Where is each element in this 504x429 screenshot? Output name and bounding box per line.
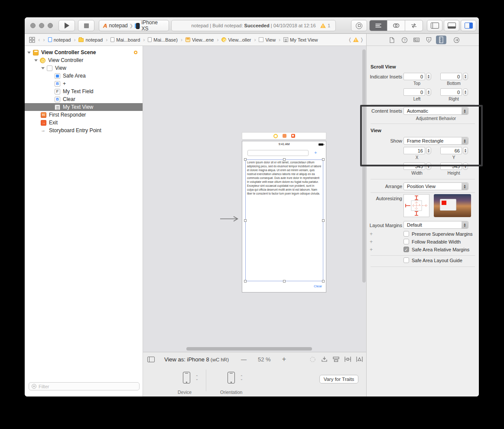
my-text-view-selected[interactable]: Lorem ipsum dolor sit er elit lamet, con… xyxy=(245,159,323,281)
update-frames-icon[interactable] xyxy=(309,356,316,363)
ib-canvas[interactable]: 9:41 AM + Lorem ipsum dolor sit er elit … xyxy=(143,46,366,352)
inset-right-field[interactable]: 0▲▼ xyxy=(440,88,468,96)
navigator-toggle-button[interactable] xyxy=(427,20,442,31)
tab-attributes-inspector[interactable] xyxy=(423,36,434,44)
show-popup[interactable]: Frame Rectangle▲▼ xyxy=(403,137,468,145)
tab-file-inspector[interactable] xyxy=(387,36,397,44)
breadcrumb-item[interactable]: Mai...board xyxy=(111,37,140,42)
inset-left-field[interactable]: 0▲▼ xyxy=(403,88,431,96)
breadcrumb-item[interactable]: My Text View xyxy=(283,37,318,42)
warning-badge[interactable]: 1 xyxy=(320,23,330,28)
standard-editor-button[interactable] xyxy=(370,20,387,31)
scheme-selector[interactable]: A notepad ❯ iPhone XS xyxy=(99,20,169,31)
inset-top-field[interactable]: 0▲▼ xyxy=(403,73,431,80)
breadcrumb-item[interactable]: notepad xyxy=(48,37,71,42)
assistant-editor-button[interactable] xyxy=(387,20,405,31)
layout-margins-popup[interactable]: Default▲▼ xyxy=(403,221,468,229)
tab-size-inspector[interactable] xyxy=(436,36,446,44)
orientation-selector[interactable]: ⌃⌄ xyxy=(228,372,243,384)
outline-row-clear-button[interactable]: B Clear xyxy=(25,95,143,103)
checkbox-checked-icon[interactable] xyxy=(403,247,409,252)
run-button[interactable] xyxy=(59,20,75,31)
outline-row-first-responder[interactable]: First Responder xyxy=(25,111,143,119)
resize-handle[interactable] xyxy=(244,219,247,222)
add-constraints-icon[interactable] xyxy=(345,356,351,362)
related-items-icon[interactable] xyxy=(29,37,35,43)
zoom-in-button[interactable]: + xyxy=(282,355,286,363)
zoom-level[interactable]: 52 % xyxy=(258,356,271,363)
disclosure-triangle-icon[interactable] xyxy=(34,59,38,62)
tab-quick-help[interactable]: ? xyxy=(399,36,410,44)
tab-connections-inspector[interactable] xyxy=(451,36,462,44)
tab-identity-inspector[interactable] xyxy=(411,36,422,44)
outline-filter-input[interactable]: Filter xyxy=(29,382,140,390)
inspector-toggle-button[interactable] xyxy=(461,20,476,31)
stepper-icon[interactable]: ▲▼ xyxy=(426,147,431,154)
plus-button[interactable]: + xyxy=(314,150,317,155)
stepper-icon[interactable]: ▲▼ xyxy=(426,88,431,96)
checkbox-icon[interactable] xyxy=(403,231,409,237)
checkbox-safe-area-layout-guide[interactable]: Safe Area Layout Guide xyxy=(403,257,462,263)
checkbox-icon[interactable] xyxy=(403,257,409,263)
resize-handle[interactable] xyxy=(322,219,325,222)
close-button[interactable] xyxy=(30,23,36,28)
resize-handle[interactable] xyxy=(322,280,325,283)
add-variation-button[interactable]: + xyxy=(370,239,373,245)
align-icon[interactable] xyxy=(333,356,339,362)
checkbox-preserve-superview-margins[interactable]: Preserve Superview Margins xyxy=(403,231,473,237)
checkbox-follow-readable-width[interactable]: Follow Readable Width xyxy=(403,239,461,244)
previous-issue-button[interactable]: 〈 xyxy=(349,36,351,43)
my-text-field[interactable] xyxy=(247,150,309,156)
vertical-scrollbar[interactable] xyxy=(362,49,366,283)
version-editor-button[interactable] xyxy=(405,20,423,31)
breadcrumb-item[interactable]: View...ene xyxy=(185,37,214,42)
back-button[interactable]: ‹ xyxy=(38,36,40,43)
stepper-icon[interactable]: ▲▼ xyxy=(463,162,468,170)
width-field[interactable]: 343▲▼ xyxy=(403,162,431,170)
outline-row-view-controller[interactable]: View Controller xyxy=(25,56,143,64)
stop-button[interactable] xyxy=(78,20,94,31)
y-field[interactable]: 66▲▼ xyxy=(440,147,468,154)
horizontal-scrollbar[interactable] xyxy=(186,347,312,351)
breadcrumb-item[interactable]: View...oller xyxy=(221,37,251,42)
outline-row-view[interactable]: View xyxy=(25,64,143,72)
stepper-icon[interactable]: ▲▼ xyxy=(426,162,431,170)
add-variation-button[interactable]: + xyxy=(370,247,373,253)
exit-icon[interactable] xyxy=(291,134,295,138)
device-selector[interactable]: ⌃⌄ xyxy=(183,372,198,384)
view-controller-icon[interactable] xyxy=(273,134,278,138)
resolve-autolayout-icon[interactable] xyxy=(356,356,363,362)
resize-handle[interactable] xyxy=(283,280,286,283)
outline-row-entry-point[interactable]: Storyboard Entry Point xyxy=(25,127,143,134)
zoom-out-button[interactable]: — xyxy=(241,356,247,363)
x-field[interactable]: 16▲▼ xyxy=(403,147,431,154)
outline-row-exit[interactable]: Exit xyxy=(25,119,143,127)
inset-bottom-field[interactable]: 0▲▼ xyxy=(440,73,468,80)
stepper-icon[interactable]: ▲▼ xyxy=(463,88,468,96)
resize-handle[interactable] xyxy=(322,158,325,161)
minimize-button[interactable] xyxy=(39,23,44,28)
breadcrumb-item[interactable]: View xyxy=(259,37,276,42)
embed-in-icon[interactable] xyxy=(321,356,328,362)
debug-area-toggle-button[interactable] xyxy=(444,20,459,31)
next-issue-button[interactable]: 〉 xyxy=(361,36,363,43)
height-field[interactable]: 543▲▼ xyxy=(440,162,468,170)
add-variation-button[interactable]: + xyxy=(370,231,373,237)
stepper-icon[interactable]: ▲▼ xyxy=(463,147,468,154)
stepper-icon[interactable]: ▲▼ xyxy=(426,73,431,80)
stepper-icon[interactable]: ▲▼ xyxy=(463,73,468,80)
content-insets-popup[interactable]: Automatic▲▼ xyxy=(403,107,468,115)
outline-row-my-text-view[interactable]: My Text View xyxy=(25,103,143,111)
vary-for-traits-button[interactable]: Vary for Traits xyxy=(319,375,358,384)
arrange-popup[interactable]: Position View▲▼ xyxy=(403,182,468,190)
resize-handle[interactable] xyxy=(283,158,286,161)
outline-toggle-icon[interactable] xyxy=(147,357,155,362)
outline-row-text-field[interactable]: F My Text Field xyxy=(25,88,143,95)
outline-row-safe-area[interactable]: Safe Area xyxy=(25,72,143,80)
resize-handle[interactable] xyxy=(244,158,247,161)
resize-handle[interactable] xyxy=(244,280,247,283)
disclosure-triangle-icon[interactable] xyxy=(27,52,31,54)
breadcrumb-item[interactable]: notepad xyxy=(78,37,103,42)
zoom-button[interactable] xyxy=(48,23,53,28)
iphone-canvas-device[interactable]: 9:41 AM + Lorem ipsum dolor sit er elit … xyxy=(242,141,326,292)
